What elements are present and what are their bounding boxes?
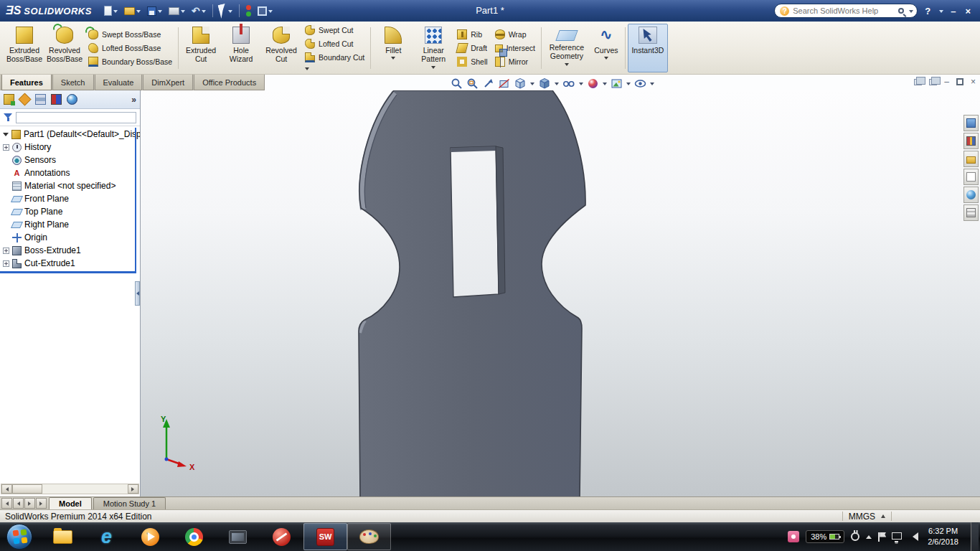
filter-funnel-icon[interactable] — [4, 113, 12, 121]
tab-scroll-last-button[interactable] — [36, 498, 47, 509]
chevron-down-icon[interactable] — [565, 63, 569, 68]
solidworks-resources-tab[interactable] — [963, 115, 979, 131]
zoom-to-fit-icon[interactable] — [451, 77, 463, 90]
action-center-flag-icon[interactable] — [878, 532, 885, 542]
taskbar-clock[interactable]: 6:32 PM 2/6/2018 — [925, 526, 964, 548]
lofted-cut-button[interactable]: Lofted Cut — [305, 38, 353, 50]
expanded-arrow-icon[interactable] — [3, 133, 9, 139]
tab-scroll-first-button[interactable] — [1, 498, 12, 509]
display-style-icon[interactable] — [538, 77, 551, 90]
doc-close-button[interactable]: × — [971, 77, 976, 87]
power-plug-icon[interactable] — [851, 532, 859, 541]
chevron-down-icon[interactable] — [158, 10, 162, 15]
intersect-button[interactable]: Intersect — [495, 42, 535, 54]
chevron-down-icon[interactable] — [228, 10, 232, 15]
hole-wizard-button[interactable]: Hole Wizard — [221, 24, 261, 72]
displaymanager-tab-icon[interactable] — [67, 94, 77, 105]
scrollbar-thumb[interactable] — [12, 484, 42, 494]
lofted-boss-base-button[interactable]: Lofted Boss/Base — [88, 42, 161, 54]
custom-properties-tab[interactable] — [963, 204, 979, 221]
chevron-down-icon[interactable] — [113, 10, 118, 15]
tab-sketch[interactable]: Sketch — [52, 75, 94, 90]
edit-appearance-icon[interactable] — [587, 77, 599, 90]
options-button[interactable] — [255, 5, 275, 17]
tab-evaluate[interactable]: Evaluate — [95, 75, 143, 90]
fillet-button[interactable]: Fillet — [373, 24, 413, 72]
help-button[interactable]: ? — [923, 6, 933, 17]
expand-plus-icon[interactable] — [3, 260, 9, 267]
tree-item-top-plane[interactable]: Top Plane — [0, 205, 140, 218]
apply-scene-icon[interactable] — [611, 77, 623, 90]
doc-restore-icon[interactable] — [914, 79, 922, 85]
tree-item-origin[interactable]: Origin — [0, 231, 140, 244]
save-button[interactable] — [145, 5, 164, 17]
new-file-button[interactable] — [102, 4, 120, 17]
doc-minimize-button[interactable]: – — [944, 77, 949, 87]
view-orientation-icon[interactable] — [514, 77, 527, 90]
chevron-down-icon[interactable] — [909, 10, 913, 15]
taskbar-utility-app[interactable] — [216, 523, 260, 550]
rollback-bar[interactable] — [0, 271, 136, 273]
print-button[interactable] — [166, 6, 187, 17]
section-view-icon[interactable] — [498, 77, 510, 90]
chevron-down-icon[interactable] — [603, 83, 607, 88]
chevron-down-icon[interactable] — [555, 83, 559, 88]
view-settings-icon[interactable] — [634, 77, 646, 90]
taskbar-solidworks[interactable]: SW — [303, 523, 347, 550]
curves-button[interactable]: ∿ Curves — [590, 24, 623, 72]
taskbar-windows-explorer[interactable] — [41, 523, 85, 550]
chevron-down-icon[interactable] — [181, 10, 185, 15]
taskbar-media-player[interactable] — [128, 523, 172, 550]
panel-horizontal-scrollbar[interactable] — [1, 484, 139, 494]
expand-plus-icon[interactable] — [3, 144, 9, 151]
chevron-down-icon[interactable] — [604, 57, 608, 62]
expand-plus-icon[interactable] — [3, 248, 9, 254]
zoom-to-area-icon[interactable] — [466, 77, 479, 90]
part-3d-model[interactable] — [141, 90, 980, 496]
scrollbar-track[interactable] — [42, 484, 128, 494]
boundary-boss-base-button[interactable]: Boundary Boss/Base — [88, 56, 172, 67]
chevron-down-icon[interactable] — [626, 83, 631, 88]
configurationmanager-tab-icon[interactable] — [35, 94, 46, 105]
tree-item-cut-extrude1[interactable]: Cut-Extrude1 — [0, 257, 140, 270]
reference-geometry-button[interactable]: Reference Geometry — [544, 24, 590, 72]
tab-scroll-right-button[interactable] — [24, 498, 35, 509]
tree-item-boss-extrude1[interactable]: Boss-Extrude1 — [0, 244, 140, 257]
battery-indicator[interactable]: 38% — [806, 530, 844, 543]
start-button[interactable] — [6, 524, 32, 550]
chevron-down-icon[interactable] — [431, 66, 435, 71]
hide-show-items-icon[interactable] — [562, 77, 575, 90]
taskbar-media-app[interactable] — [260, 523, 303, 550]
tree-root-part1[interactable]: Part1 (Default<<Default>_Disp — [0, 128, 140, 141]
scroll-right-button[interactable] — [128, 484, 138, 494]
hidden-icons-arrow[interactable] — [866, 532, 872, 539]
boundary-cut-button[interactable]: Boundary Cut — [305, 52, 364, 63]
previous-view-icon[interactable] — [482, 77, 494, 90]
close-button[interactable]: × — [963, 6, 973, 17]
doc-new-window-icon[interactable] — [929, 79, 937, 85]
chevron-down-icon[interactable] — [530, 83, 534, 88]
tab-dimxpert[interactable]: DimXpert — [143, 75, 193, 90]
tree-item-annotations[interactable]: A Annotations — [0, 166, 140, 179]
chevron-down-icon[interactable] — [136, 10, 141, 15]
scroll-left-button[interactable] — [1, 484, 12, 494]
mirror-button[interactable]: Mirror — [495, 56, 528, 67]
design-library-tab[interactable] — [963, 133, 979, 149]
chevron-down-icon[interactable] — [305, 67, 309, 72]
rebuild-button[interactable] — [244, 4, 253, 18]
minimize-button[interactable]: – — [948, 6, 958, 17]
tray-app-icon[interactable] — [788, 531, 799, 542]
chevron-down-icon[interactable] — [202, 10, 206, 15]
tree-item-material[interactable]: Material <not specified> — [0, 179, 140, 192]
swept-boss-base-button[interactable]: Swept Boss/Base — [88, 29, 161, 40]
file-explorer-tab[interactable] — [963, 151, 979, 167]
network-icon[interactable] — [892, 532, 902, 540]
units-selector[interactable]: MMGS — [849, 512, 875, 522]
open-file-button[interactable] — [122, 6, 143, 17]
extruded-boss-base-button[interactable]: Extruded Boss/Base — [4, 24, 44, 72]
tree-item-right-plane[interactable]: Right Plane — [0, 218, 140, 231]
taskbar-chrome[interactable] — [172, 523, 216, 550]
chevron-down-icon[interactable] — [391, 57, 395, 62]
tab-scroll-left-button[interactable] — [13, 498, 24, 509]
revolved-cut-button[interactable]: Revolved Cut — [261, 24, 301, 72]
